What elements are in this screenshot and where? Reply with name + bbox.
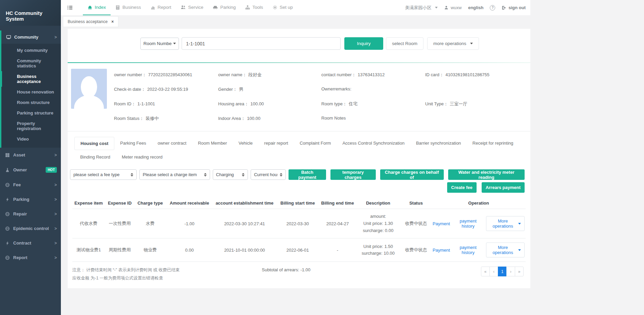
more-operations-dropdown[interactable]: more operations [427, 37, 479, 50]
sidebar-item-parking-structure[interactable]: Parking structure [1, 108, 61, 118]
sidebar-item-fee[interactable]: Fee > [0, 177, 61, 192]
fee-table-header-row: Expense item Expense ID Charge type Amou… [72, 197, 526, 209]
fee-filters-row: please select a fee type Please select a… [68, 163, 530, 180]
sidebar-item-asset[interactable]: Asset > [0, 148, 61, 162]
bolt-icon [5, 197, 10, 202]
sidebar-item-my-community[interactable]: My community [1, 45, 61, 56]
current-user[interactable]: wuxw [444, 5, 462, 10]
sidebar-item-room-structure[interactable]: Room structure [1, 97, 61, 108]
fee-type-select[interactable]: please select a fee type [70, 169, 137, 180]
tab-meter-reading-record[interactable]: Meter reading record [116, 151, 168, 163]
community-selector[interactable]: 美满家园小区 [405, 5, 438, 11]
tab-binding-record[interactable]: Binding Record [74, 151, 116, 163]
temporary-charges-button[interactable]: temporary charges [330, 169, 375, 180]
home-icon [88, 5, 92, 10]
select-arrows-icon [242, 173, 245, 176]
arrears-payment-button[interactable]: Arrears payment [482, 182, 525, 193]
hot-badge: HOT [46, 167, 57, 173]
sidebar-item-label: Community [14, 35, 39, 40]
house-scope-select[interactable]: Current house [251, 169, 286, 180]
tab-housing-cost[interactable]: Housing cost [74, 137, 114, 150]
sidebar-item-property-registration[interactable]: Property registration [1, 118, 61, 134]
sidebar-item-contract[interactable]: Contract > [0, 236, 61, 250]
sidebar-item-label: Repair [13, 211, 27, 216]
field-owner-number: owner number：772022032285430061 [114, 72, 218, 78]
nav-item-setup[interactable]: Set up [268, 0, 298, 15]
close-icon[interactable] [111, 19, 114, 24]
sidebar-item-house-renovation[interactable]: House renovation [1, 87, 61, 97]
app-title: HC Community System [0, 0, 61, 26]
page-next-button[interactable]: › [506, 267, 515, 276]
tab-barrier-sync[interactable]: Barrier synchronization [410, 137, 467, 149]
caret-down-icon [518, 249, 521, 251]
tab-receipt-reprinting[interactable]: Receipt for reprinting [467, 137, 519, 149]
tab-access-control-sync[interactable]: Access Control Synchronization [337, 137, 410, 149]
field-gender: Gender：男 [218, 86, 321, 92]
search-input[interactable] [182, 37, 341, 50]
create-fee-button[interactable]: Create fee [447, 182, 477, 193]
tab-business-acceptance[interactable]: Business acceptance [63, 16, 118, 27]
search-category-select[interactable]: Room Number [140, 38, 179, 50]
page-last-button[interactable]: » [515, 267, 524, 276]
field-contact-number: contact number：13763413312 [321, 72, 425, 78]
sidebar-item-business-acceptance[interactable]: Business acceptance [1, 71, 61, 87]
nav-item-service[interactable]: Service [176, 0, 208, 15]
sidebar-item-parking[interactable]: Parking > [0, 192, 61, 207]
route-tab-strip: Business acceptance [63, 16, 118, 27]
field-housing-area: Housing area：100.00 [218, 101, 321, 107]
nav-item-tools[interactable]: Tools [240, 0, 268, 15]
sidebar-item-epidemic-control[interactable]: Epidemic control > [0, 221, 61, 236]
payment-history-link[interactable]: payment history [455, 245, 481, 255]
tab-vehicle[interactable]: Vehicle [233, 137, 258, 149]
car-icon [213, 5, 218, 10]
sidebar-item-owner[interactable]: Owner HOT [0, 162, 61, 177]
owner-fields: owner number：772022032285430061 owner na… [114, 69, 527, 122]
sign-out-button[interactable]: sign out [502, 5, 526, 10]
inquiry-button[interactable]: Inquiry [344, 37, 383, 50]
nav-item-index[interactable]: Index [83, 0, 111, 15]
sidebar-item-community-statistics[interactable]: Community statistics [1, 56, 61, 71]
page-prev-button[interactable]: ‹ [489, 267, 498, 276]
charging-status-select[interactable]: Charging [213, 169, 248, 180]
nav-label: Parking [220, 5, 236, 10]
charge-on-behalf-button[interactable]: Charge charges on behalf of [380, 169, 444, 180]
flask-icon [5, 168, 10, 172]
sidebar: HC Community System Community > My commu… [0, 0, 61, 315]
page-first-button[interactable]: « [481, 267, 490, 276]
payment-link[interactable]: Payment [433, 221, 450, 226]
owner-info-section: owner number：772022032285430061 owner na… [68, 63, 530, 127]
batch-payment-button[interactable]: Batch payment [289, 169, 326, 180]
page-1-button[interactable]: 1 [498, 267, 507, 276]
select-room-button[interactable]: select Room [386, 37, 423, 50]
meter-reading-button[interactable]: Water and electricity meter reading [448, 169, 525, 180]
charge-item-select[interactable]: Please select a charge item [139, 169, 210, 180]
row-more-operations-dropdown[interactable]: More operations [486, 216, 525, 231]
nav-item-business[interactable]: Business [111, 0, 146, 15]
chevron-right-icon: > [54, 212, 57, 216]
col-billing-end: Billing end time [319, 197, 356, 209]
sidebar-item-report[interactable]: Report > [0, 250, 61, 265]
caret-down-icon [435, 7, 438, 8]
field-indoor-area: Indoor Area：100.00 [218, 115, 321, 122]
tab-repair-report[interactable]: repair report [258, 137, 294, 149]
field-checkin-date: Check-in date：2022-03-22 09:55:19 [114, 86, 218, 92]
sidebar-toggle-icon[interactable] [64, 3, 75, 13]
language-switch[interactable]: english [468, 5, 484, 10]
payment-link[interactable]: Payment [433, 248, 450, 253]
tab-parking-fees[interactable]: Parking Fees [114, 137, 152, 149]
payment-history-link[interactable]: payment history [455, 218, 481, 229]
sidebar-item-repair[interactable]: Repair > [0, 207, 61, 221]
pagination: « ‹ 1 › » [481, 267, 524, 276]
col-expense-item: Expense item [72, 197, 105, 209]
tab-room-member[interactable]: Room Member [192, 137, 233, 149]
tab-label: Business acceptance [68, 19, 108, 24]
tab-complaint-form[interactable]: Complaint Form [294, 137, 337, 149]
help-icon[interactable] [490, 5, 495, 10]
nav-item-report[interactable]: Report [146, 0, 176, 15]
tab-owner-contract[interactable]: owner contract [152, 137, 192, 149]
sidebar-item-video[interactable]: Video [1, 134, 61, 144]
nav-item-parking[interactable]: Parking [208, 0, 240, 15]
sidebar-item-community[interactable]: Community > [1, 30, 61, 44]
nav-label: Set up [280, 5, 293, 10]
row-more-operations-dropdown[interactable]: More operations [486, 243, 525, 257]
